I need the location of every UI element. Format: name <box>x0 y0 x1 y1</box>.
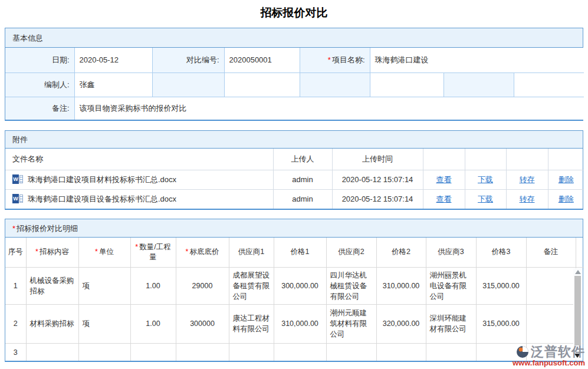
vendor-watermark: 泛普软件 www.fanpusoft.com <box>513 345 585 367</box>
empty-value-cell <box>514 73 584 97</box>
cell-price3: 315,000.00 <box>476 304 526 343</box>
cell-price1: 300,000.00 <box>274 267 326 304</box>
cell-price1 <box>274 343 326 361</box>
author-label: 编制人: <box>5 73 74 97</box>
basic-info-row-3: 备注: 该项目物资采购标书的报价对比 <box>5 97 584 120</box>
delete-link[interactable]: 删除 <box>559 195 574 203</box>
empty-label-cell <box>152 73 224 97</box>
basic-info-row-1: 日期: 2020-05-12 对比编号: 2020050001 *项目名称: 珠… <box>5 48 584 73</box>
word-doc-icon: W <box>12 174 23 184</box>
empty-label-cell <box>300 73 370 97</box>
transfer-save-link[interactable]: 转存 <box>520 175 535 184</box>
detail-section-title: *招标报价对比明细 <box>5 219 583 238</box>
download-link[interactable]: 下载 <box>478 195 493 203</box>
col-header-remark: 备注 <box>526 238 576 267</box>
compare-no-label: 对比编号: <box>152 48 224 73</box>
cell-base-price: 300000 <box>176 304 229 343</box>
project-name-value: 珠海鹤港口建设 <box>370 48 584 73</box>
cell-supplier2: 四川华达机械租赁设备有限公司 <box>326 267 376 304</box>
view-link[interactable]: 查看 <box>436 195 452 203</box>
empty-value-cell <box>224 73 300 97</box>
cell-supplier2: 潮州元顺建筑材料有限公司 <box>326 304 376 343</box>
cell-unit: 项 <box>78 304 130 343</box>
required-asterisk: * <box>35 248 38 256</box>
col-header-supplier1: 供应商1 <box>229 238 274 267</box>
col-header-price2: 价格2 <box>376 238 426 267</box>
empty-value-cell <box>370 73 444 97</box>
download-link[interactable]: 下载 <box>478 175 493 184</box>
uploader-cell: admin <box>273 189 332 209</box>
cell-price1: 310,000.00 <box>274 304 326 343</box>
scrollbar-thumb[interactable] <box>574 276 581 345</box>
attachments-table: 文件名称 上传人 上传时间 W珠海鹤港口建设项目材料投标标书汇总.docx ad… <box>5 149 584 209</box>
cell-supplier1 <box>229 343 274 361</box>
cell-content <box>26 343 78 361</box>
basic-info-section-title: 基本信息 <box>5 28 583 48</box>
cell-qty <box>130 343 176 361</box>
cell-supplier1: 成都展望设备租赁有限公司 <box>229 267 274 304</box>
empty-action-header <box>423 149 465 170</box>
file-name-cell: W珠海鹤港口建设项目设备投标标书汇总.docx <box>5 189 273 209</box>
col-header-price3: 价格3 <box>476 238 526 267</box>
view-link[interactable]: 查看 <box>436 175 452 184</box>
remark-label: 备注: <box>5 97 74 120</box>
file-name-text: 珠海鹤港口建设项目设备投标标书汇总.docx <box>28 195 176 203</box>
cell-price2: 320,000.00 <box>376 304 426 343</box>
cell-price3: 315,000.00 <box>476 267 526 304</box>
cell-price2 <box>376 343 426 361</box>
uploader-header: 上传人 <box>273 149 332 170</box>
attachment-row: W珠海鹤港口建设项目设备投标标书汇总.docx admin 2020-05-12… <box>5 189 584 209</box>
basic-info-panel: 基本信息 日期: 2020-05-12 对比编号: 2020050001 *项目… <box>5 28 583 121</box>
vendor-url-text: www.fanpusoft.com <box>513 359 585 367</box>
cell-qty: 1.00 <box>130 304 176 343</box>
cell-supplier1: 康达工程材料有限公司 <box>229 304 274 343</box>
file-name-header: 文件名称 <box>5 149 273 170</box>
cell-price2: 310,000.00 <box>376 267 426 304</box>
required-asterisk: * <box>328 55 331 64</box>
detail-row: 3 <box>5 343 584 361</box>
file-name-cell: W珠海鹤港口建设项目材料投标标书汇总.docx <box>5 170 273 189</box>
cell-qty: 1.00 <box>130 267 176 304</box>
cell-no: 2 <box>5 304 26 343</box>
basic-info-row-2: 编制人: 张鑫 <box>5 73 584 97</box>
cell-supplier3: 湖州丽景机电设备有限公司 <box>426 267 476 304</box>
vendor-brand-text: 泛普软件 <box>531 345 585 359</box>
cell-supplier3: 深圳环能建材有限公司 <box>426 304 476 343</box>
empty-action-header <box>506 149 548 170</box>
page-title: 招标报价对比 <box>0 0 588 28</box>
empty-action-header <box>465 149 506 170</box>
word-doc-icon: W <box>12 194 23 203</box>
cell-supplier3 <box>426 343 476 361</box>
col-header-base-price: *标底底价 <box>176 238 229 267</box>
required-asterisk: * <box>186 248 189 256</box>
project-name-label: *项目名称: <box>300 48 370 73</box>
cell-content: 材料采购招标 <box>26 304 78 343</box>
col-header-unit: *单位 <box>78 238 130 267</box>
fanpu-logo-icon <box>515 345 530 359</box>
cell-supplier2 <box>326 343 376 361</box>
detail-table: 序号 *招标内容 *单位 *数量/工程量 *标底底价 供应商1 价格1 供应商2… <box>5 238 584 361</box>
detail-row: 1 机械设备采购招标 项 1.00 29000 成都展望设备租赁有限公司 300… <box>5 267 584 304</box>
project-name-label-text: 项目名称: <box>332 55 365 64</box>
attachments-section-title: 附件 <box>5 131 583 149</box>
empty-action-header <box>548 149 584 170</box>
upload-time-cell: 2020-05-12 15:07:14 <box>332 189 423 209</box>
delete-link[interactable]: 删除 <box>559 175 574 184</box>
upload-time-cell: 2020-05-12 15:07:14 <box>332 170 423 189</box>
cell-unit <box>78 343 130 361</box>
cell-base-price <box>176 343 229 361</box>
col-header-supplier3: 供应商3 <box>426 238 476 267</box>
cell-content: 机械设备采购招标 <box>26 267 78 304</box>
col-header-no: 序号 <box>5 238 26 267</box>
attachment-row: W珠海鹤港口建设项目材料投标标书汇总.docx admin 2020-05-12… <box>5 170 584 189</box>
detail-header-row: 序号 *招标内容 *单位 *数量/工程量 *标底底价 供应商1 价格1 供应商2… <box>5 238 584 267</box>
uploader-cell: admin <box>273 170 332 189</box>
scroll-up-icon[interactable] <box>575 270 581 274</box>
transfer-save-link[interactable]: 转存 <box>520 195 535 203</box>
cell-no: 3 <box>5 343 26 361</box>
cell-unit: 项 <box>78 267 130 304</box>
required-asterisk: * <box>12 224 15 233</box>
compare-no-value: 2020050001 <box>224 48 300 73</box>
scrollbar-spacer <box>576 238 584 267</box>
date-label: 日期: <box>5 48 74 73</box>
